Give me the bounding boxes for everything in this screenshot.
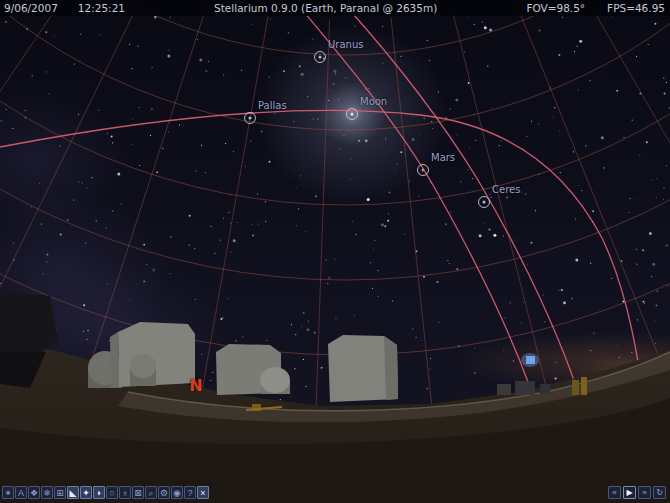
fps-display: FPS=46.95	[607, 2, 665, 14]
object-label: Moon	[360, 96, 387, 107]
toolbar-fullscreen-button[interactable]: ⊠	[132, 486, 144, 499]
quit-icon: ×	[200, 488, 205, 498]
time-display: 12:25:21	[78, 2, 125, 14]
return-to-now-icon: ↻	[656, 488, 663, 497]
help-icon: ?	[187, 488, 192, 498]
cardinal-point-north: N	[189, 376, 202, 395]
toolbar-config-button[interactable]: ⚙	[158, 486, 170, 499]
constellation-art-icon: ❖	[30, 488, 38, 498]
telescope-enclosure-3	[216, 344, 290, 395]
cardinal-points-icon: ✦	[82, 488, 90, 498]
decrease-time-speed-icon: «	[612, 488, 616, 497]
real-time-speed-icon: ▶	[626, 488, 632, 497]
time-control-toolbar: «▶»↻	[608, 486, 666, 499]
object-dot	[319, 56, 322, 59]
toolbar-planet-labels-button[interactable]: ♁	[119, 486, 131, 499]
timebar-return-to-now-button[interactable]: ↻	[653, 486, 666, 499]
toolbar-constellation-labels-button[interactable]: A	[15, 486, 27, 499]
toolbar-cardinal-points-button[interactable]: ✦	[80, 486, 92, 499]
object-dot	[249, 117, 252, 120]
timebar-real-time-speed-button[interactable]: ▶	[623, 486, 636, 499]
toolbar-search-button[interactable]: ⌕	[145, 486, 157, 499]
timebar-increase-time-speed-button[interactable]: »	[638, 486, 651, 499]
azimuthal-grid-icon: ❄	[43, 488, 51, 498]
telescope-enclosure-2	[110, 322, 195, 388]
constellation-labels-icon: A	[18, 488, 24, 498]
object-dot	[351, 113, 354, 116]
date-display: 9/06/2007	[4, 2, 58, 14]
search-icon: ⌕	[148, 488, 153, 498]
toolbar-nebulas-button[interactable]: ○	[106, 486, 118, 499]
toolbar-constellation-art-button[interactable]: ❖	[28, 486, 40, 499]
object-label: Mars	[431, 152, 455, 163]
toolbar-azimuthal-grid-button[interactable]: ❄	[41, 486, 53, 499]
nebulas-icon: ○	[109, 488, 114, 498]
app-title: Stellarium 0.9.0 (Earth, Paranal @ 2635m…	[214, 2, 437, 14]
fullscreen-icon: ⊠	[134, 488, 142, 498]
equatorial-grid-icon: ⊞	[56, 488, 64, 498]
toolbar-atmosphere-button[interactable]: ◗	[93, 486, 105, 499]
toolbar-ground-button[interactable]: ◣	[67, 486, 79, 499]
config-icon: ⚙	[160, 488, 168, 498]
object-dot	[422, 169, 425, 172]
object-label: Uranus	[328, 39, 363, 50]
main-toolbar: ✶A❖❄⊞◣✦◗○♁⊠⌕⚙◉?×	[2, 486, 209, 499]
status-bar: 9/06/2007 12:25:21 Stellarium 0.9.0 (Ear…	[0, 0, 670, 16]
increase-time-speed-icon: »	[642, 488, 646, 497]
object-dot	[483, 201, 486, 204]
atmosphere-icon: ◗	[96, 488, 101, 498]
telescope-enclosure-4	[328, 335, 398, 402]
object-label: Ceres	[492, 184, 520, 195]
object-label: Pallas	[258, 100, 287, 111]
toolbar-constellation-lines-button[interactable]: ✶	[2, 486, 14, 499]
fov-display: FOV=98.5°	[526, 2, 585, 14]
stellarium-window: 9/06/2007 12:25:21 Stellarium 0.9.0 (Ear…	[0, 0, 670, 503]
timebar-decrease-time-speed-button[interactable]: «	[608, 486, 621, 499]
toolbar-equatorial-grid-button[interactable]: ⊞	[54, 486, 66, 499]
sky-viewport[interactable]	[0, 0, 670, 503]
toolbar-night-mode-button[interactable]: ◉	[171, 486, 183, 499]
constellation-lines-icon: ✶	[4, 488, 12, 498]
toolbar-quit-button[interactable]: ×	[197, 486, 209, 499]
night-mode-icon: ◉	[173, 488, 181, 498]
planet-labels-icon: ♁	[122, 488, 129, 498]
toolbar-help-button[interactable]: ?	[184, 486, 196, 499]
ground-icon: ◣	[70, 488, 77, 498]
